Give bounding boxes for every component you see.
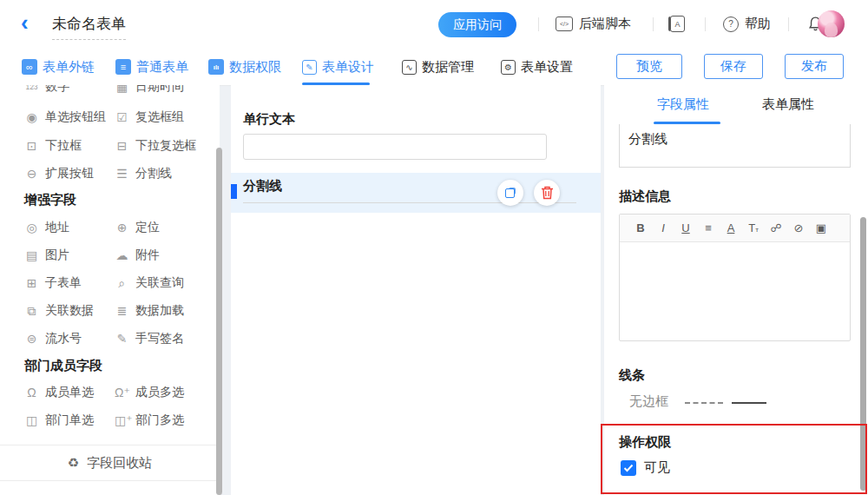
field-item-data-load[interactable]: ≣数据加载 — [115, 297, 184, 325]
nav-tab-1[interactable]: ∞表单外链 — [22, 49, 95, 85]
field-item-address[interactable]: ◎地址 — [24, 214, 69, 241]
field-item-label: 下拉框 — [45, 138, 82, 154]
italic-icon[interactable]: I — [652, 221, 674, 234]
publish-button[interactable]: 发布 — [785, 54, 844, 79]
field-palette-row: ⊜流水号✎手写签名 — [0, 325, 220, 353]
field-item-label: 手写签名 — [135, 331, 184, 346]
panel-scrollbar[interactable] — [860, 217, 866, 491]
user-avatar[interactable] — [818, 10, 845, 37]
field-item-image[interactable]: ▤图片 — [24, 241, 69, 269]
app-access-button[interactable]: 应用访问 — [438, 12, 516, 37]
nav-tab-2[interactable]: ≡普通表单 — [115, 49, 188, 85]
field-title-input[interactable]: 分割线 — [619, 124, 851, 168]
dept-multi-icon: ◫⁺ — [115, 413, 129, 427]
field-item-location[interactable]: ⊕定位 — [115, 214, 160, 241]
divider — [788, 17, 789, 31]
divider — [653, 17, 654, 31]
field-item-label: 附件 — [135, 248, 160, 263]
field-item-dept-multi[interactable]: ◫⁺部门多选 — [115, 406, 184, 434]
tab-field-properties[interactable]: 字段属性 — [657, 85, 709, 123]
field-item-label: 数据加载 — [135, 303, 184, 319]
field-item-extend-button[interactable]: ⊖扩展按钮 — [24, 160, 94, 188]
form-title[interactable]: 未命名表单 — [52, 14, 126, 40]
form-canvas: 单行文本 分割线 — [231, 85, 601, 495]
line-style-solid[interactable] — [732, 402, 766, 404]
radio-group-icon: ◉ — [24, 110, 39, 124]
insert-image-icon[interactable]: ▣ — [810, 221, 832, 234]
copy-field-button[interactable] — [497, 180, 523, 206]
bold-icon[interactable]: B — [629, 221, 652, 234]
divider-icon: ☰ — [115, 167, 129, 181]
nav-bar: ∞表单外链≡普通表单ılı数据权限✎表单设计∿数据管理⚙表单设置 预览保存发布 — [0, 49, 868, 86]
unlink-icon[interactable]: ⊘ — [787, 221, 810, 234]
form-settings-icon: ⚙ — [501, 60, 516, 75]
field-item-divider[interactable]: ☰分割线 — [115, 160, 172, 188]
contacts-icon: A — [670, 16, 685, 32]
field-palette-row: ⧉关联数据≣数据加载 — [0, 297, 220, 325]
selected-divider-field[interactable]: 分割线 — [231, 173, 601, 213]
nav-tab-label: 表单外链 — [43, 59, 95, 76]
field-item-label: 复选框组 — [135, 109, 184, 125]
field-item-checkbox-group[interactable]: ☑复选框组 — [115, 103, 184, 131]
field-recycle-bin[interactable]: ♻ 字段回收站 — [0, 445, 220, 481]
delete-field-button[interactable] — [534, 180, 560, 206]
text-field-label: 单行文本 — [243, 111, 295, 128]
copy-icon — [505, 188, 516, 198]
preview-button[interactable]: 预览 — [616, 54, 682, 79]
dept-single-icon: ◫ — [24, 413, 39, 427]
field-item-number[interactable]: 123数字 — [24, 85, 69, 101]
external-link-icon: ∞ — [22, 59, 37, 75]
field-item-attachment[interactable]: ☁附件 — [115, 241, 160, 269]
data-permission-icon: ılı — [208, 59, 224, 75]
field-item-signature[interactable]: ✎手写签名 — [115, 325, 184, 353]
field-item-label: 关联查询 — [135, 275, 184, 291]
field-item-related-data[interactable]: ⧉关联数据 — [24, 297, 94, 325]
field-item-member-single[interactable]: Ω成员单选 — [24, 379, 94, 406]
field-item-datetime[interactable]: ▦日期时间 — [115, 85, 184, 101]
line-style-dashed[interactable] — [685, 402, 723, 404]
nav-tab-3[interactable]: ılı数据权限 — [208, 49, 281, 85]
number-icon: 123 — [24, 85, 39, 91]
save-button[interactable]: 保存 — [704, 54, 763, 79]
tab-label: 字段属性 — [657, 96, 709, 113]
field-item-radio-group[interactable]: ◉单选按钮组 — [24, 103, 106, 131]
help-icon: ? — [723, 16, 739, 32]
visible-checkbox-row[interactable]: 可见 — [621, 459, 670, 476]
tab-form-properties[interactable]: 表单属性 — [762, 85, 814, 123]
link-icon[interactable]: ☍ — [765, 221, 787, 234]
nav-tab-6[interactable]: ⚙表单设置 — [501, 49, 573, 85]
align-icon[interactable]: ≡ — [697, 221, 720, 234]
sidebar-scrollbar[interactable] — [216, 148, 222, 495]
field-item-label: 下拉复选框 — [135, 138, 196, 154]
field-item-serial-number[interactable]: ⊜流水号 — [24, 325, 82, 353]
help-item[interactable]: ? 帮助 — [723, 16, 771, 32]
back-icon[interactable]: ‹ — [21, 10, 29, 36]
font-size-icon[interactable]: T — [742, 221, 765, 234]
field-item-label: 地址 — [45, 220, 69, 235]
nav-tab-4[interactable]: ✎表单设计 — [302, 49, 374, 85]
tab-label: 表单属性 — [762, 96, 814, 113]
field-item-dept-single[interactable]: ◫部门单选 — [24, 406, 94, 434]
divider-line — [243, 202, 576, 203]
contacts-item[interactable]: A — [670, 16, 685, 32]
recycle-label: 字段回收站 — [87, 455, 152, 472]
text-field-input[interactable] — [243, 134, 547, 160]
related-data-icon: ⧉ — [24, 304, 39, 319]
field-item-label: 流水号 — [45, 331, 82, 346]
sidebar-section-header: 增强字段 — [24, 192, 76, 208]
field-item-label: 部门单选 — [45, 412, 94, 428]
field-item-select[interactable]: ⊡下拉框 — [24, 132, 82, 160]
field-item-subform[interactable]: ⊞子表单 — [24, 269, 82, 297]
field-item-multi-select[interactable]: ⊟下拉复选框 — [115, 132, 196, 160]
underline-icon[interactable]: U — [674, 221, 697, 234]
nav-tab-5[interactable]: ∿数据管理 — [402, 49, 474, 85]
backend-script-item[interactable]: </> 后端脚本 — [556, 16, 631, 32]
font-color-icon[interactable]: A — [720, 221, 742, 234]
field-palette-sidebar: 123数字▦日期时间◉单选按钮组☑复选框组⊡下拉框⊟下拉复选框⊖扩展按钮☰分割线… — [0, 85, 220, 495]
line-style-none[interactable]: 无边框 — [629, 393, 668, 410]
field-item-member-multi[interactable]: Ω⁺成员多选 — [115, 379, 184, 406]
checkbox-checked-icon[interactable] — [621, 460, 636, 476]
description-editor[interactable]: BIU≡AT☍⊘▣ — [619, 214, 851, 341]
field-item-related-query[interactable]: ⌕关联查询 — [115, 269, 184, 297]
field-item-label: 子表单 — [45, 275, 82, 291]
